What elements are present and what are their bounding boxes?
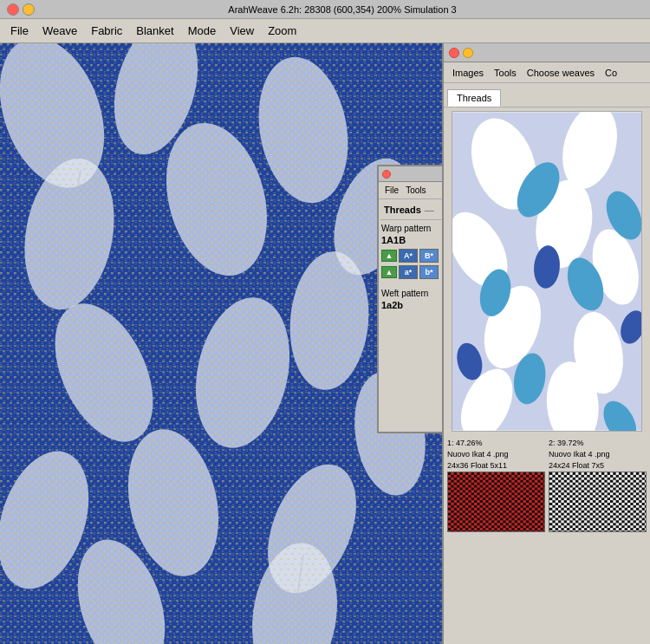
thumbnail-2: 2: 39.72% Nuovo Ikat 4 .png 24x24 Float … bbox=[549, 439, 647, 532]
rp-close-button[interactable] bbox=[449, 48, 459, 58]
right-panel: Images Tools Choose weaves Co Threads bbox=[442, 43, 650, 644]
small-panel-titlebar bbox=[379, 166, 449, 182]
thumb2-size: 24x24 Float 7x5 bbox=[549, 461, 647, 471]
warp-color-a[interactable]: A* bbox=[399, 249, 418, 263]
rp-menu-co[interactable]: Co bbox=[600, 66, 622, 80]
right-panel-tabs: Threads bbox=[444, 83, 650, 107]
menu-blanket[interactable]: Blanket bbox=[129, 22, 180, 40]
tab-threads[interactable]: Threads bbox=[447, 89, 501, 107]
close-button[interactable] bbox=[7, 3, 19, 16]
spm-file[interactable]: File bbox=[381, 185, 402, 196]
window-title: ArahWeave 6.2h: 28308 (600,354) 200% Sim… bbox=[42, 4, 643, 15]
thumb1-percent: 1: 47.26% bbox=[447, 439, 545, 448]
menu-weave[interactable]: Weave bbox=[36, 22, 84, 40]
rp-min-button[interactable] bbox=[463, 48, 473, 58]
right-panel-menu: Images Tools Choose weaves Co bbox=[444, 62, 650, 83]
thumbnails-section: 1: 47.26% Nuovo Ikat 4 .png 24x36 Float … bbox=[444, 435, 650, 539]
warp-pattern-value: 1A1B bbox=[381, 235, 446, 245]
warp-color-a2[interactable]: a* bbox=[399, 265, 418, 279]
spm-tools[interactable]: Tools bbox=[402, 185, 429, 196]
rp-menu-tools[interactable]: Tools bbox=[489, 66, 522, 80]
menu-fabric[interactable]: Fabric bbox=[84, 22, 129, 40]
threads-tab[interactable]: Threads bbox=[380, 205, 421, 215]
weave-preview bbox=[452, 111, 642, 432]
minimize-button[interactable] bbox=[23, 3, 35, 16]
thumb1-size: 24x36 Float 5x11 bbox=[447, 461, 545, 471]
small-panel-content: Warp pattern 1A1B ▲ A* B* ▲ a* b* Weft p… bbox=[379, 220, 449, 317]
thumb1-image[interactable] bbox=[447, 472, 545, 532]
menu-file[interactable]: File bbox=[3, 22, 36, 40]
warp-color-b2[interactable]: b* bbox=[419, 265, 439, 279]
rp-menu-images[interactable]: Images bbox=[447, 66, 489, 80]
menu-bar: File Weave Fabric Blanket Mode View Zoom bbox=[0, 19, 650, 43]
thumb1-name: Nuovo Ikat 4 .png bbox=[447, 450, 545, 459]
weft-pattern-label: Weft pattern bbox=[381, 289, 446, 298]
thumbnail-1: 1: 47.26% Nuovo Ikat 4 .png 24x36 Float … bbox=[447, 439, 545, 532]
warp-color-b[interactable]: B* bbox=[419, 249, 439, 263]
title-bar: ArahWeave 6.2h: 28308 (600,354) 200% Sim… bbox=[0, 0, 650, 19]
warp-pattern-label: Warp pattern bbox=[381, 224, 446, 233]
rp-menu-choose-weaves[interactable]: Choose weaves bbox=[522, 66, 600, 80]
warp-color-row2: ▲ a* b* bbox=[381, 265, 446, 279]
right-panel-titlebar bbox=[444, 43, 650, 62]
thumb2-percent: 2: 39.72% bbox=[549, 439, 647, 448]
menu-zoom[interactable]: Zoom bbox=[261, 22, 303, 40]
thumb2-name: Nuovo Ikat 4 .png bbox=[549, 450, 647, 459]
small-panel-close[interactable] bbox=[382, 170, 391, 179]
preview-svg bbox=[452, 112, 641, 431]
small-panel: File Tools Threads — Warp pattern 1A1B ▲… bbox=[377, 165, 451, 433]
warp-up-arrow[interactable]: ▲ bbox=[381, 250, 397, 262]
fabric-canvas[interactable] bbox=[0, 43, 442, 644]
main-area: File Tools Threads — Warp pattern 1A1B ▲… bbox=[0, 43, 650, 644]
menu-mode[interactable]: Mode bbox=[181, 22, 224, 40]
warp-color-row: ▲ A* B* bbox=[381, 249, 446, 263]
thumb2-image[interactable] bbox=[549, 472, 647, 532]
warp-down-arrow[interactable]: ▲ bbox=[381, 266, 397, 278]
window-controls[interactable] bbox=[7, 3, 35, 16]
weft-pattern-value: 1a2b bbox=[381, 300, 446, 310]
thumbnail-row: 1: 47.26% Nuovo Ikat 4 .png 24x36 Float … bbox=[447, 439, 647, 532]
small-panel-menubar: File Tools bbox=[379, 182, 449, 199]
menu-view[interactable]: View bbox=[223, 22, 261, 40]
